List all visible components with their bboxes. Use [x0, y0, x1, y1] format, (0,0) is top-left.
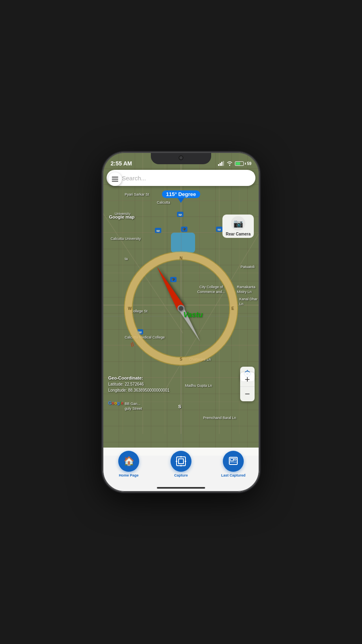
svg-rect-28 — [177, 457, 185, 466]
dot-1 — [252, 172, 254, 174]
water-body — [171, 233, 195, 253]
svg-rect-1 — [220, 163, 221, 166]
nav-item-home[interactable]: 🏠 Home Page — [103, 451, 155, 477]
nav-item-gallery[interactable]: Last Captured — [207, 451, 259, 477]
home-icon-circle: 🏠 — [118, 451, 139, 472]
wifi-icon — [226, 161, 233, 166]
bus-marker-2: 🚌 — [216, 227, 222, 232]
degree-arrow — [178, 198, 184, 203]
svg-rect-0 — [218, 164, 219, 166]
bus-marker-1: 🚌 — [155, 228, 161, 233]
compass-south: S — [180, 357, 183, 361]
compass-north: N — [179, 256, 182, 260]
rear-camera-button[interactable]: 📷 Rear Camera — [222, 215, 254, 238]
status-icons: 59 — [218, 161, 251, 166]
zoom-controls: + − — [240, 372, 255, 401]
more-options-button[interactable] — [252, 172, 254, 179]
home-indicator — [157, 487, 205, 489]
dot-3 — [252, 177, 254, 179]
bottom-nav: 🏠 Home Page Capture — [103, 448, 259, 492]
capture-icon-circle — [171, 451, 191, 472]
nav-gallery-label: Last Captured — [221, 473, 246, 477]
google-logo: Google — [108, 400, 123, 405]
geo-longitude: Longitude: 88.3638950000000001 — [108, 387, 169, 393]
svg-rect-3 — [223, 161, 224, 166]
map-background[interactable]: Search... 115° Degree Google map — [103, 152, 259, 456]
poi-kanal-dhar: Kanal DharLn — [239, 297, 257, 306]
vastu-label: Vastu — [183, 311, 203, 319]
zoom-in-button[interactable]: + — [240, 372, 255, 387]
compass-east: E — [231, 306, 234, 311]
gallery-icon-circle — [223, 451, 244, 472]
compass-overlay: N S W E Vastu — [125, 252, 237, 365]
poi-ramakanta: RamakantaMistry Ln — [237, 285, 255, 294]
svg-rect-2 — [221, 162, 222, 166]
geo-info: Geo-Coordinate: Latitude: 22.572646 Long… — [108, 375, 169, 394]
poi-calcutta-university: Calcutta University — [111, 237, 141, 242]
camera-icon: 📷 — [231, 216, 245, 231]
search-bar[interactable]: Search... — [107, 170, 255, 186]
gallery-icon — [228, 456, 238, 466]
degree-badge: 115° Degree — [162, 190, 200, 198]
svg-rect-29 — [179, 459, 183, 464]
degree-indicator: 115° Degree — [162, 190, 200, 203]
geo-title: Geo-Coordinate: — [108, 375, 169, 382]
compass-center — [177, 305, 185, 312]
poi-pyari-sarkar: Pyari Sarkar St — [125, 192, 149, 197]
menu-line-1 — [112, 177, 118, 178]
geo-latitude: Latitude: 22.572646 — [108, 381, 169, 387]
screen: 2:55 AM — [103, 152, 259, 492]
capture-icon — [175, 456, 187, 467]
poi-bb-ganguly: BB Gan...guly Street — [125, 402, 142, 411]
dot-2 — [252, 175, 254, 176]
compass-west: W — [128, 306, 132, 311]
poi-madhu-gupta: Madhu Gupta Ln — [185, 384, 212, 388]
zoom-out-button[interactable]: − — [240, 387, 255, 401]
menu-button[interactable] — [108, 172, 122, 186]
nav-item-capture[interactable]: Capture — [155, 451, 207, 477]
menu-line-3 — [112, 181, 118, 182]
rear-camera-label: Rear Camera — [226, 232, 251, 236]
battery-indicator: 59 — [235, 161, 251, 166]
svg-rect-35 — [230, 458, 233, 461]
front-camera — [179, 155, 183, 160]
south-label: S — [178, 404, 181, 409]
edu-marker-1: 🎓 — [181, 227, 187, 232]
menu-line-2 — [112, 179, 118, 180]
poi-premchand: Premchand Baral Ln — [203, 416, 236, 421]
status-time: 2:55 AM — [111, 160, 132, 167]
nav-capture-label: Capture — [174, 473, 188, 477]
search-placeholder: Search... — [122, 175, 250, 182]
nav-home-label: Home Page — [119, 473, 138, 477]
phone-frame: 2:55 AM — [103, 152, 259, 492]
signal-icon — [218, 161, 224, 166]
poi-patuatoli: Patuatoli — [241, 265, 255, 270]
bus-marker-3: 🚌 — [177, 212, 183, 217]
svg-rect-36 — [234, 458, 236, 460]
poi-univer: University — [115, 212, 131, 217]
notch — [151, 152, 211, 164]
